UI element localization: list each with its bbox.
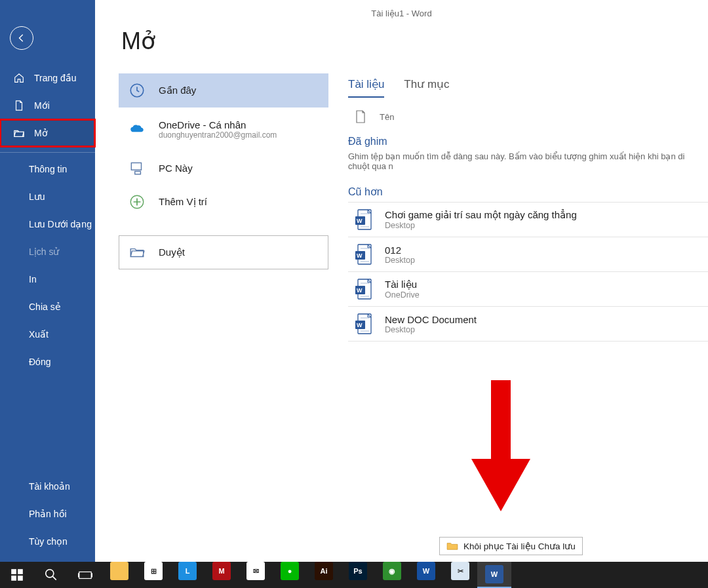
- sidebar-item-open[interactable]: Mở: [0, 119, 95, 147]
- file-location: Desktop: [385, 221, 577, 230]
- list-header: Tên: [348, 109, 708, 124]
- tab-documents[interactable]: Tài liệu: [348, 77, 384, 98]
- file-name: Chơi game giải trí sau một ngày căng thẳ…: [385, 209, 577, 221]
- taskbar-app-snip[interactable]: ✂: [448, 562, 472, 580]
- file-location: Desktop: [385, 325, 477, 334]
- sidebar-item-saveas[interactable]: Lưu Dưới dạng: [0, 210, 95, 238]
- taskbar-app-line[interactable]: ●: [278, 562, 302, 580]
- add-place-icon: [128, 193, 146, 210]
- sidebar-item-save[interactable]: Lưu: [0, 183, 95, 210]
- sidebar-item-account[interactable]: Tài khoản: [0, 473, 95, 500]
- sidebar-item-info[interactable]: Thông tin: [0, 155, 95, 183]
- pc-icon: [128, 159, 146, 176]
- file-name: New DOC Document: [385, 314, 477, 325]
- sidebar-item-home[interactable]: Trang đầu: [0, 64, 95, 92]
- search-button[interactable]: [34, 562, 68, 588]
- taskbar-app-wps[interactable]: W: [414, 562, 438, 580]
- taskbar-app-coccoc[interactable]: ◉: [380, 562, 404, 580]
- file-row[interactable]: W 012Desktop: [348, 237, 708, 271]
- word-document-icon: W: [355, 279, 372, 300]
- taskbar-app-file-explorer[interactable]: [108, 562, 131, 580]
- sidebar-item-history[interactable]: Lịch sử: [0, 238, 95, 265]
- sidebar-item-feedback[interactable]: Phản hồi: [0, 500, 95, 528]
- taskbar-app-photoshop[interactable]: Ps: [346, 562, 370, 580]
- line-icon: ●: [281, 562, 299, 580]
- location-sublabel: duonghuyentran2000@gmail.com: [159, 130, 277, 140]
- sidebar-separator: [0, 152, 95, 153]
- svg-point-28: [46, 570, 54, 578]
- onedrive-cloud-icon: [128, 121, 146, 138]
- location-thispc[interactable]: PC Này: [119, 151, 328, 185]
- location-label: Gần đây: [159, 85, 196, 96]
- mcafee-icon: M: [212, 562, 231, 580]
- file-row[interactable]: W Chơi game giải trí sau một ngày căng t…: [348, 202, 708, 237]
- tab-folders[interactable]: Thư mục: [404, 77, 449, 98]
- svg-text:W: W: [357, 218, 363, 224]
- word-document-icon: W: [355, 209, 372, 230]
- task-view-button[interactable]: [68, 562, 102, 588]
- sidebar-item-export[interactable]: Xuất: [0, 321, 95, 348]
- taskbar: ⊞LM✉●AiPs◉W✂W: [0, 562, 708, 588]
- backstage-sidebar: Trang đầu Mới Mở Thông tin Lưu Lưu Dưới …: [0, 0, 95, 562]
- folder-open-icon: [13, 127, 25, 139]
- annotation-arrow-icon: [471, 380, 530, 524]
- main-panel: Tài liệu1 - Word Mở Gần đây: [95, 0, 708, 562]
- microsoft-store-icon: ⊞: [144, 562, 163, 580]
- sidebar-item-label: Lưu: [29, 191, 45, 202]
- location-browse[interactable]: Duyệt: [119, 235, 328, 269]
- taskbar-app-mail[interactable]: ✉: [244, 562, 267, 580]
- pinned-hint: Ghim tệp bạn muốn tìm dễ dàng sau này. B…: [348, 151, 708, 171]
- sidebar-item-label: Trang đầu: [34, 73, 77, 83]
- back-arrow-icon: [17, 33, 26, 43]
- taskbar-app-illustrator[interactable]: Ai: [312, 562, 336, 580]
- file-row[interactable]: W New DOC DocumentDesktop: [348, 306, 708, 342]
- svg-rect-29: [79, 572, 91, 578]
- sidebar-item-label: In: [29, 274, 37, 284]
- photoshop-icon: Ps: [349, 562, 367, 580]
- sidebar-item-close[interactable]: Đóng: [0, 348, 95, 376]
- svg-text:W: W: [357, 287, 363, 294]
- tabs: Tài liệu Thư mục: [348, 77, 708, 98]
- wps-icon: W: [417, 562, 435, 580]
- svg-rect-30: [78, 573, 79, 577]
- word-document-icon: W: [355, 244, 372, 265]
- location-addplace[interactable]: Thêm Vị trí: [119, 185, 328, 219]
- location-recent[interactable]: Gần đây: [119, 73, 328, 108]
- location-label: Thêm Vị trí: [159, 196, 207, 208]
- svg-rect-1: [131, 163, 141, 170]
- taskbar-app-app-l[interactable]: L: [176, 562, 199, 580]
- sidebar-item-label: Lịch sử: [29, 246, 59, 257]
- svg-rect-25: [18, 569, 23, 574]
- word-document-icon: W: [355, 313, 372, 334]
- word-icon: W: [485, 565, 503, 583]
- coccoc-icon: ◉: [383, 562, 401, 580]
- svg-rect-26: [11, 576, 16, 581]
- sidebar-item-label: Lưu Dưới dạng: [29, 219, 92, 229]
- section-older-label: Cũ hơn: [348, 186, 708, 198]
- back-button[interactable]: [10, 26, 33, 50]
- illustrator-icon: Ai: [315, 562, 333, 580]
- file-row[interactable]: W Tài liệuOneDrive: [348, 271, 708, 306]
- snip-icon: ✂: [451, 562, 469, 580]
- svg-text:W: W: [357, 252, 363, 259]
- sidebar-item-share[interactable]: Chia sẻ: [0, 293, 95, 321]
- file-explorer-icon: [110, 562, 128, 580]
- taskbar-app-word[interactable]: W: [477, 562, 511, 588]
- taskbar-app-microsoft-store[interactable]: ⊞: [142, 562, 165, 580]
- location-label: Duyệt: [159, 246, 185, 258]
- sidebar-item-options[interactable]: Tùy chọn: [0, 528, 95, 555]
- clock-icon: [128, 82, 146, 99]
- restore-unsaved-button[interactable]: Khôi phục Tài liệu Chưa lưu: [439, 537, 583, 555]
- svg-text:W: W: [357, 322, 363, 328]
- file-name: Tài liệu: [385, 279, 420, 290]
- document-icon: [13, 100, 25, 111]
- start-button[interactable]: [0, 562, 34, 588]
- sidebar-item-print[interactable]: In: [0, 265, 95, 293]
- window-title: Tài liệu1 - Word: [95, 3, 708, 24]
- sidebar-item-label: Đóng: [29, 357, 50, 367]
- sidebar-item-new[interactable]: Mới: [0, 92, 95, 119]
- location-onedrive[interactable]: OneDrive - Cá nhân duonghuyentran2000@gm…: [119, 108, 328, 151]
- taskbar-app-mcafee[interactable]: M: [210, 562, 233, 580]
- svg-rect-24: [11, 569, 16, 574]
- windows-icon: [10, 568, 24, 582]
